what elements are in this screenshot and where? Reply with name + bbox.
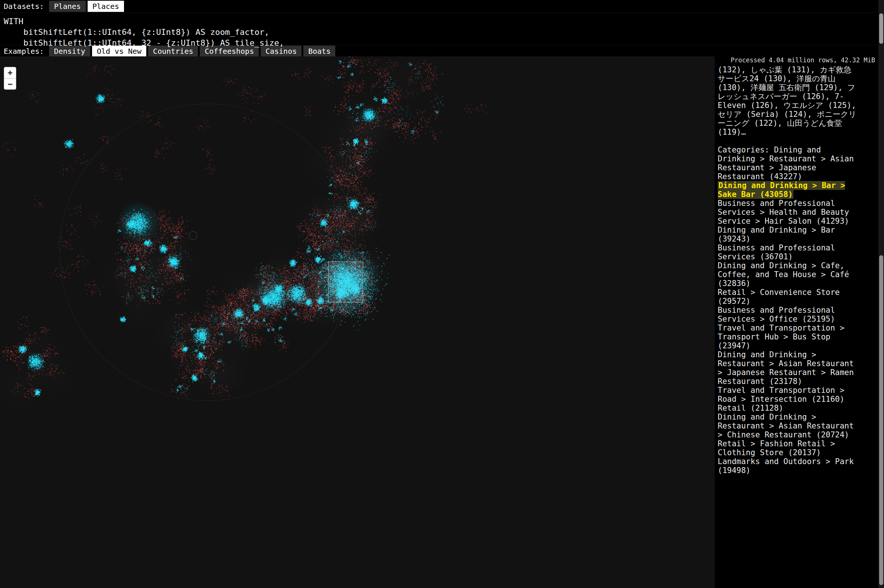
- dataset-button-planes[interactable]: Planes: [49, 1, 86, 12]
- editor-scrollbar-thumb[interactable]: [879, 14, 883, 44]
- sql-code[interactable]: WITH bitShiftLeft(1::UInt64, {z:UInt8}) …: [0, 13, 884, 48]
- map[interactable]: + −: [0, 56, 715, 588]
- page-scrollbar-thumb[interactable]: [879, 255, 883, 585]
- map-dots-canvas: [0, 56, 715, 588]
- datasets-label: Datasets:: [4, 2, 44, 11]
- map-selection-rectangle[interactable]: [328, 261, 363, 302]
- zoom-out-button[interactable]: −: [4, 78, 16, 89]
- category-item: Business and Professional Services (3670…: [718, 243, 858, 261]
- brands-text: (132), しゃぶ葉 (131), カギ救急サービス24 (130), 洋服の…: [718, 65, 858, 136]
- category-item: Business and Professional Services > Off…: [718, 306, 858, 324]
- zoom-control: + −: [4, 67, 17, 90]
- status-processed: Processed 4.04 million rows, 42.32 MiB: [728, 56, 877, 64]
- dataset-button-places[interactable]: Places: [88, 1, 124, 12]
- category-item: Retail (21128): [718, 404, 858, 412]
- highlighted-category-text: Dining and Drinking > Bar > Sake Bar (43…: [718, 181, 845, 199]
- categories-list: Categories: Dining and Drinking > Restau…: [718, 146, 875, 475]
- category-item: Travel and Transportation > Road > Inter…: [718, 386, 858, 404]
- category-item: Dining and Drinking > Cafe, Coffee, and …: [718, 261, 858, 288]
- category-item: Landmarks and Outdoors > Park (19498): [718, 457, 858, 475]
- zoom-in-button[interactable]: +: [4, 67, 16, 78]
- category-item: Business and Professional Services > Hea…: [718, 199, 858, 225]
- category-item: Retail > Convenience Store (29572): [718, 288, 858, 306]
- main-area: + − Processed 4.04 million rows, 42.32 M…: [0, 56, 884, 588]
- dataset-buttons: PlanesPlaces: [49, 1, 124, 12]
- datasets-bar: Datasets: PlanesPlaces: [0, 0, 884, 13]
- category-item: Travel and Transportation > Transport Hu…: [718, 324, 858, 350]
- category-item-highlighted: Dining and Drinking > Bar > Sake Bar (43…: [718, 181, 858, 199]
- category-item: Dining and Drinking > Restaurant > Asian…: [718, 350, 858, 386]
- results-panel: (132), しゃぶ葉 (131), カギ救急サービス24 (130), 洋服の…: [715, 56, 878, 588]
- category-item: Retail > Fashion Retail > Clothing Store…: [718, 439, 858, 457]
- category-item: Dining and Drinking > Bar (39243): [718, 225, 858, 243]
- category-item: Categories: Dining and Drinking > Restau…: [718, 146, 858, 181]
- sql-editor[interactable]: WITH bitShiftLeft(1::UInt64, {z:UInt8}) …: [0, 13, 884, 45]
- category-item: Dining and Drinking > Restaurant > Asian…: [718, 412, 858, 439]
- scrollbar-track: [878, 0, 884, 588]
